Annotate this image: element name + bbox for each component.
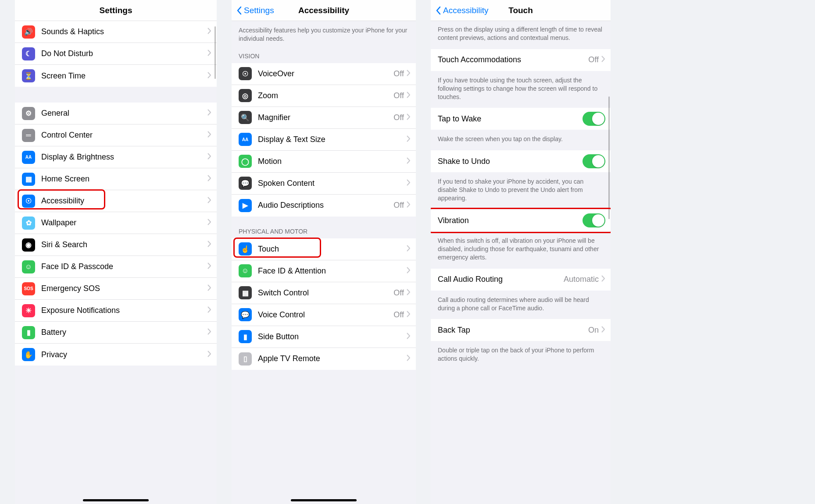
row-label: Audio Descriptions [258, 201, 393, 210]
nav-bar-touch: Accessibility Touch [431, 0, 611, 21]
motor-header: PHYSICAL AND MOTOR [232, 217, 416, 238]
accessibility-content[interactable]: Accessibility features help you customiz… [232, 21, 416, 504]
settings-row[interactable]: ▦Home Screen [15, 168, 217, 190]
row-label: Shake to Undo [438, 157, 583, 166]
footer-note: If you have trouble using the touch scre… [431, 71, 611, 108]
settings-row[interactable]: ▮Side Button [232, 326, 416, 348]
settings-row[interactable]: ☺Face ID & Passcode [15, 256, 217, 278]
settings-row[interactable]: AADisplay & Text Size [232, 129, 416, 151]
chevron-right-icon [207, 241, 211, 249]
settings-row[interactable]: ✿Wallpaper [15, 212, 217, 234]
settings-row[interactable]: ◉Siri & Search [15, 234, 217, 256]
nav-bar-accessibility: Settings Accessibility [232, 0, 416, 21]
back-to-accessibility[interactable]: Accessibility [435, 6, 488, 15]
page-title: Touch [508, 6, 533, 15]
settings-row[interactable]: SOSEmergency SOS [15, 278, 217, 300]
touch-content[interactable]: Press on the display using a different l… [431, 21, 611, 504]
touch-row[interactable]: Back TapOn [431, 319, 611, 341]
settings-row[interactable]: ☾Do Not Disturb [15, 43, 217, 65]
row-value: Off [393, 69, 404, 78]
scrollbar[interactable] [214, 26, 216, 79]
row-label: Privacy [41, 350, 207, 359]
touch-row[interactable]: Vibration [431, 209, 611, 231]
toggle-switch[interactable] [583, 213, 605, 227]
touch-row[interactable]: Touch AccommodationsOff [431, 49, 611, 71]
footer-note: If you tend to shake your iPhone by acci… [431, 172, 611, 209]
row-label: Touch [258, 245, 407, 254]
battery-icon: ▮ [22, 326, 35, 339]
settings-row[interactable]: ✋Privacy [15, 344, 217, 366]
magnifier-icon: 🔍 [239, 111, 252, 124]
settings-row[interactable]: 💬Spoken Content [232, 173, 416, 195]
chevron-right-icon [207, 263, 211, 271]
settings-row[interactable]: ◯Motion [232, 151, 416, 173]
scrollbar[interactable] [608, 96, 610, 219]
settings-row[interactable]: ⏳Screen Time [15, 65, 217, 87]
chevron-right-icon [407, 333, 411, 341]
footer-note: Wake the screen when you tap on the disp… [431, 130, 611, 150]
back-to-settings[interactable]: Settings [236, 6, 274, 15]
toggle-switch[interactable] [583, 154, 605, 168]
chevron-right-icon [207, 219, 211, 227]
switches-icon: ═ [22, 129, 35, 142]
touch-row[interactable]: Call Audio RoutingAutomatic [431, 269, 611, 291]
textsize-icon: AA [22, 151, 35, 164]
settings-row[interactable]: ☺Face ID & Attention [232, 260, 416, 282]
chevron-right-icon [207, 72, 211, 80]
settings-row[interactable]: 🔍MagnifierOff [232, 107, 416, 129]
row-label: General [41, 109, 207, 118]
switch-icon: ▦ [239, 286, 252, 299]
group-spacer [15, 366, 217, 381]
row-label: Sounds & Haptics [41, 27, 207, 36]
settings-row[interactable]: ⚙General [15, 103, 217, 124]
row-label: Touch Accommodations [438, 55, 588, 64]
flower-icon: ✿ [22, 217, 35, 230]
chevron-right-icon [407, 311, 411, 319]
chevron-right-icon [407, 355, 411, 363]
faceid-icon: ☺ [22, 260, 35, 273]
row-label: Wallpaper [41, 218, 207, 227]
chevron-left-icon [236, 6, 242, 15]
row-label: Motion [258, 157, 407, 166]
accessibility-icon: ☉ [22, 195, 35, 208]
settings-row[interactable]: AADisplay & Brightness [15, 146, 217, 168]
home-indicator[interactable] [291, 499, 357, 501]
chevron-right-icon [207, 153, 211, 161]
settings-content[interactable]: 🔊Sounds & Haptics☾Do Not Disturb⏳Screen … [15, 21, 217, 504]
settings-row[interactable]: ◎ZoomOff [232, 85, 416, 107]
settings-row[interactable]: 💬Voice ControlOff [232, 304, 416, 326]
settings-row[interactable]: ▦Switch ControlOff [232, 282, 416, 304]
settings-row[interactable]: ═Control Center [15, 124, 217, 146]
touch-row[interactable]: Shake to Undo [431, 150, 611, 172]
zoom-icon: ◎ [239, 89, 252, 102]
settings-row[interactable]: ▮Battery [15, 322, 217, 344]
row-value: Off [393, 201, 404, 210]
row-value: Off [393, 288, 404, 298]
page-title: Accessibility [298, 6, 349, 15]
row-label: Screen Time [41, 71, 207, 81]
toggle-switch[interactable] [583, 112, 605, 126]
accessibility-pane: Settings Accessibility Accessibility fea… [232, 0, 416, 504]
chevron-right-icon [407, 201, 411, 209]
settings-row[interactable]: ☝Touch [232, 238, 416, 260]
footer-note: Call audio routing determines where audi… [431, 291, 611, 319]
chevron-right-icon [407, 267, 411, 275]
settings-row[interactable]: ☀Exposure Notifications [15, 300, 217, 322]
row-value: Off [588, 55, 599, 64]
settings-row[interactable]: ▶Audio DescriptionsOff [232, 195, 416, 217]
row-label: Magnifier [258, 113, 393, 122]
home-indicator[interactable] [83, 499, 149, 501]
chevron-right-icon [207, 28, 211, 36]
settings-row[interactable]: ☉Accessibility [15, 190, 217, 212]
touch-icon: ☝ [239, 242, 252, 256]
touch-row[interactable]: Tap to Wake [431, 108, 611, 130]
settings-row[interactable]: ▯Apple TV Remote [232, 348, 416, 370]
settings-row[interactable]: ☉VoiceOverOff [232, 63, 416, 85]
hand-icon: ✋ [22, 348, 35, 361]
footer-note: When this switch is off, all vibration o… [431, 231, 611, 269]
row-label: Do Not Disturb [41, 49, 207, 58]
row-label: Side Button [258, 332, 407, 341]
group-spacer [15, 87, 217, 103]
row-label: Face ID & Passcode [41, 262, 207, 271]
settings-row[interactable]: 🔊Sounds & Haptics [15, 21, 217, 43]
